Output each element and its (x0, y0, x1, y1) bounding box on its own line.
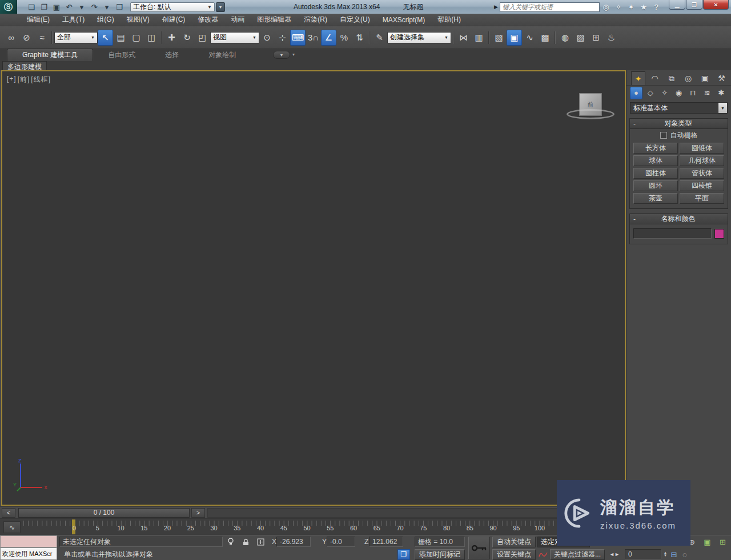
time-slider-handle[interactable]: 0 / 100 (18, 508, 190, 518)
menu-item[interactable]: 渲染(R) (298, 14, 334, 26)
menu-item[interactable]: 工具(T) (56, 14, 91, 26)
minimize-button[interactable]: ▁ (669, 0, 685, 10)
object-color-swatch[interactable] (714, 229, 724, 239)
object-type-button[interactable]: 圆锥体 (680, 143, 724, 154)
bind-to-space-warp-icon[interactable]: ≈ (34, 30, 50, 46)
frame-spinner[interactable]: ▲▼ (664, 551, 667, 557)
tab-utilities-icon[interactable]: ⚒ (714, 71, 729, 85)
key-filters-button[interactable]: 关键点过滤器... (550, 549, 605, 560)
reference-coordinate-dropdown[interactable]: 视图 (210, 32, 259, 43)
curve-editor-icon[interactable]: ∿ (522, 30, 537, 46)
communication-center-icon[interactable]: ✶ (625, 2, 637, 12)
rendered-frame-icon[interactable]: ⊞ (588, 30, 604, 46)
percent-snap-icon[interactable]: % (336, 30, 352, 46)
tab-graphite[interactable]: Graphite 建模工具 (7, 49, 93, 61)
autogrid-checkbox[interactable] (660, 132, 667, 139)
viewcube-compass-ring[interactable] (567, 109, 614, 119)
track-bar[interactable]: ∿ 05101520253035404550556065707580859095… (0, 518, 626, 535)
menu-item[interactable]: 组(G) (91, 14, 120, 26)
edit-named-selection-sets-icon[interactable]: ✎ (372, 30, 387, 46)
zoom-extents-all-icon[interactable]: ⊞ (717, 537, 729, 547)
object-name-input[interactable] (633, 228, 712, 239)
object-type-button[interactable]: 茶壶 (633, 193, 678, 204)
render-production-icon[interactable]: ♨ (604, 30, 619, 46)
adaptive-degradation-icon[interactable] (225, 537, 236, 547)
tab-object-paint[interactable]: 对象绘制 (194, 49, 251, 61)
go-to-start-icon[interactable]: ◄► (609, 549, 620, 560)
help-icon[interactable]: ? (650, 2, 662, 12)
auto-key-button[interactable]: 自动关键点 (492, 537, 536, 547)
open-file-icon[interactable]: ❐ (38, 2, 50, 12)
select-and-scale-icon[interactable]: ◰ (195, 30, 210, 46)
select-and-move-icon[interactable]: ✚ (164, 30, 179, 46)
tab-create-icon[interactable]: ✦ (631, 71, 645, 85)
layer-manager-icon[interactable]: ▧ (491, 30, 507, 46)
mirror-icon[interactable]: ⋈ (456, 30, 471, 46)
tab-modify-icon[interactable]: ◠ (648, 71, 662, 85)
menu-item[interactable]: 图形编辑器 (251, 14, 298, 26)
z-coordinate-field[interactable]: 121.062 (369, 537, 403, 547)
track-bar-ruler[interactable]: 0510152025303540455055606570758085909510… (23, 519, 626, 535)
object-type-button[interactable]: 长方体 (633, 143, 678, 154)
unlink-selection-icon[interactable]: ⊘ (19, 30, 34, 46)
object-type-button[interactable]: 圆柱体 (633, 168, 678, 179)
y-coordinate-field[interactable]: -0.0 (327, 537, 355, 547)
redo-dropdown-arrow[interactable]: ▾ (101, 2, 113, 12)
object-type-rollout-header[interactable]: - 对象类型 (630, 119, 728, 129)
key-mode-toggle-icon[interactable]: ⊟ (669, 549, 678, 560)
menu-item[interactable]: 编辑(E) (21, 14, 56, 26)
x-coordinate-field[interactable]: -26.923 (276, 537, 311, 547)
menu-item[interactable]: 帮助(H) (431, 14, 467, 26)
menu-item[interactable]: 修改器 (191, 14, 224, 26)
new-key-curve-icon[interactable] (537, 549, 549, 560)
maxscript-mini-listener-white[interactable]: 欢迎使用 MAXScr (0, 547, 57, 560)
use-pivot-center-icon[interactable]: ⊙ (259, 30, 275, 46)
cat-helpers-icon[interactable]: ⊓ (686, 87, 699, 99)
menu-item[interactable]: 动画 (224, 14, 251, 26)
cat-shapes-icon[interactable]: ◇ (644, 87, 657, 99)
name-color-rollout-header[interactable]: - 名称和颜色 (630, 214, 728, 224)
workspace-dropdown[interactable]: 工作台: 默认 ▼ (130, 2, 215, 12)
render-setup-icon[interactable]: ▨ (573, 30, 588, 46)
select-object-icon[interactable]: ↖ (98, 30, 113, 46)
tab-selection[interactable]: 选择 (150, 49, 194, 61)
new-file-icon[interactable]: ❏ (26, 2, 37, 12)
object-type-button[interactable]: 管状体 (680, 168, 724, 179)
rectangular-selection-region-icon[interactable]: ▢ (128, 30, 144, 46)
cat-geometry-icon[interactable]: ● (630, 87, 642, 99)
ribbon-minimize-arrow[interactable]: ▾ (292, 52, 295, 57)
geometry-type-dropdown[interactable]: 标准基本体 ▼ (630, 102, 728, 114)
spinner-snap-icon[interactable]: ⇅ (352, 30, 367, 46)
favorites-star-icon[interactable]: ★ (637, 2, 650, 12)
max-logo-button[interactable]: Ⓢ (0, 0, 17, 14)
dope-sheet-icon[interactable]: ▩ (537, 30, 553, 46)
workspace-menu-button[interactable]: ▼ (216, 2, 225, 12)
selection-region-cycle-icon[interactable]: ◌ (680, 549, 689, 560)
save-file-icon[interactable]: ▣ (51, 2, 62, 12)
search-icon[interactable]: ◎ (600, 2, 612, 12)
previous-frame-button[interactable]: < (2, 508, 15, 518)
tab-hierarchy-icon[interactable]: ⧉ (664, 71, 678, 85)
viewport-label-part[interactable]: [线框] (31, 75, 51, 84)
set-key-button[interactable]: 设置关键点 (492, 549, 536, 560)
ribbon-minimize-button[interactable]: ▼ (273, 51, 290, 59)
cat-cameras-icon[interactable]: ◉ (672, 87, 685, 99)
tab-motion-icon[interactable]: ◎ (681, 71, 696, 85)
named-selection-sets-dropdown[interactable]: 创建选择集 (387, 32, 451, 43)
next-frame-button[interactable]: > (191, 508, 205, 518)
window-crossing-icon[interactable]: ◫ (144, 30, 159, 46)
cat-spacewarps-icon[interactable]: ≋ (701, 87, 713, 99)
menu-item[interactable]: 自定义(U) (334, 14, 376, 26)
material-editor-icon[interactable]: ◍ (557, 30, 573, 46)
select-and-link-icon[interactable]: ∞ (3, 30, 19, 46)
subtab-polygon-modeling[interactable]: 多边形建模 (2, 61, 47, 70)
menu-item[interactable]: MAXScript(M) (376, 14, 432, 26)
project-folder-icon[interactable]: ❒ (114, 2, 125, 12)
search-flyout-icon[interactable]: ▶ (494, 4, 498, 10)
angle-snap-icon[interactable]: ∠ (321, 30, 336, 46)
undo-icon[interactable]: ↶ (63, 2, 75, 12)
selection-filter-dropdown[interactable]: 全部 (54, 32, 98, 43)
zoom-extents-icon[interactable]: ▣ (701, 537, 713, 547)
align-icon[interactable]: ▥ (471, 30, 487, 46)
set-keys-button[interactable] (468, 537, 490, 559)
